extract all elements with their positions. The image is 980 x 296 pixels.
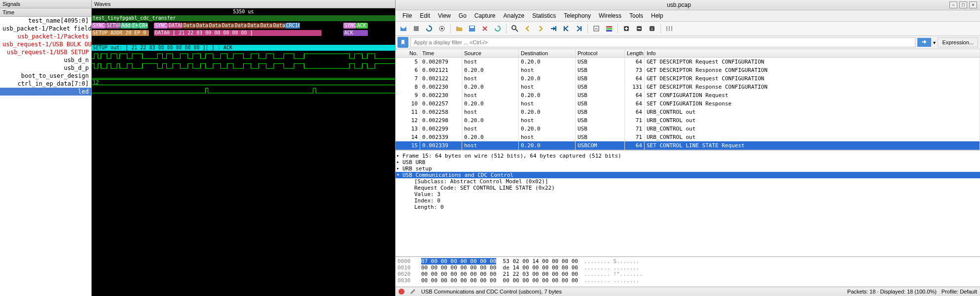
bookmark-filter-icon[interactable] [398,37,408,48]
capture-options-button[interactable] [436,23,448,34]
menu-analyze[interactable]: Analyze [500,11,529,20]
signal-item[interactable]: usb_request-1/USB SETUP [0,48,91,56]
detail-line[interactable]: Request Code: SET CONTROL LINE STATE (0x… [396,185,980,191]
detail-line[interactable]: USB Communications and CDC Control [396,172,980,178]
col-header-length[interactable]: Length [625,49,645,57]
go-to-packet-button[interactable] [547,23,559,34]
expression-button[interactable]: Expression... [938,37,978,47]
wave-row-ctrl-data[interactable]: 12 [92,79,395,86]
wave-row-boot[interactable] [92,71,395,79]
packet-row[interactable]: 70.002122host0.20.0USB64GET DESCRIPTOR R… [396,74,980,83]
close-file-button[interactable] [479,23,491,34]
menu-wireless[interactable]: Wireless [595,11,625,20]
col-header-destination[interactable]: Destination [519,49,576,57]
stop-capture-button[interactable] [410,23,422,34]
wave-row-packet-fields[interactable]: SYNCSETUPAddrE+CR+SYNCDATA0Data+Data+Dat… [92,22,395,30]
packet-row[interactable]: 50.002079host0.20.0USB64GET DESCRIPTOR R… [396,58,980,66]
start-capture-button[interactable] [398,23,409,34]
signal-item[interactable]: usb_d_n [0,56,91,64]
hex-row[interactable]: 000007 00 00 00 00 00 00 00 53 02 00 14 … [398,258,978,264]
col-header-time[interactable]: Time [420,49,462,57]
signal-item[interactable]: ctrl_in_ep_data[7:0] [0,80,91,88]
zoom-in-button[interactable] [620,23,632,34]
hex-row[interactable]: 002000 00 00 00 00 00 00 00 21 22 03 00 … [398,271,978,277]
wave-value: test_tinyfpgabl_cdc_transfer [92,15,395,21]
restart-capture-button[interactable] [423,23,435,34]
detail-line[interactable]: USB URB [396,159,980,165]
menu-statistics[interactable]: Statistics [528,11,560,20]
wave-row-bulk-out[interactable] [92,37,395,44]
menu-tools[interactable]: Tools [625,11,647,20]
detail-line[interactable]: Frame 15: 64 bytes on wire (512 bits), 6… [396,153,980,159]
menu-file[interactable]: File [399,11,416,20]
close-button[interactable]: × [969,1,977,8]
packet-row[interactable]: 130.002299host0.20.0USB71URB_CONTROL out [396,125,980,133]
expert-info-icon[interactable] [399,289,404,295]
detail-line[interactable]: Value: 3 [396,191,980,197]
packet-row[interactable]: 80.0022300.20.0hostUSB131GET DESCRIPTOR … [396,83,980,91]
packet-row[interactable]: 100.0022570.20.0hostUSB64SET CONFIGURATI… [396,99,980,108]
go-back-button[interactable] [522,23,534,34]
col-header-source[interactable]: Source [462,49,519,57]
go-forward-button[interactable] [535,23,546,34]
packet-details[interactable]: Frame 15: 64 bytes on wire (512 bits), 6… [396,151,980,257]
packet-row[interactable]: 60.0021210.20.0hostUSB73GET DESCRIPTOR R… [396,66,980,74]
menu-view[interactable]: View [434,11,455,20]
go-last-button[interactable] [573,23,585,34]
wave-row-test-name[interactable]: test_tinyfpgabl_cdc_transfer [92,15,395,22]
signal-item[interactable]: led [0,88,91,96]
hex-view[interactable]: 000007 00 00 00 00 00 00 00 53 02 00 14 … [396,257,980,287]
reload-button[interactable] [492,23,504,34]
filter-dropdown-icon[interactable]: ▾ [933,40,936,45]
wave-row-packets[interactable]: SETUP ADDR 20 EP 0DATA0 [ 21 22 03 00 00… [92,30,395,37]
resize-columns-button[interactable] [663,23,675,34]
apply-filter-button[interactable] [917,38,931,47]
menu-edit[interactable]: Edit [416,11,434,20]
col-header-protocol[interactable]: Protocol [576,49,625,57]
find-button[interactable] [509,23,521,34]
packet-list-header[interactable]: No. Time Source Destination Protocol Len… [396,49,980,58]
packet-row[interactable]: 150.002339host0.20.0USBCOM64SET CONTROL … [396,141,980,150]
edit-icon[interactable] [409,288,416,295]
wireshark-titlebar[interactable]: usb.pcap − □ × [396,0,980,10]
signals-panel: Signals Time test_name[4095:0]usb_packet… [0,0,92,296]
wave-row-usb-d-p[interactable] [92,62,395,71]
menu-telephony[interactable]: Telephony [560,11,595,20]
wave-row-usb-setup[interactable]: SETUP out: [ 21 22 03 00 00 00 00 00 ][ … [92,44,395,52]
signal-item[interactable]: usb_packet-1/Packets [0,33,91,40]
open-file-button[interactable] [453,23,465,34]
wave-row-led[interactable] [92,86,395,94]
save-file-button[interactable] [466,23,478,34]
signal-item[interactable]: usb_packet-1/Packet fields [0,25,91,33]
digital-trace [92,72,395,79]
wave-rows[interactable]: test_tinyfpgabl_cdc_transfer SYNCSETUPAd… [92,15,395,296]
maximize-button[interactable]: □ [959,1,967,8]
detail-line[interactable]: Length: 0 [396,204,980,210]
hex-row[interactable]: 001000 00 00 00 00 00 00 00 de 14 00 00 … [398,264,978,271]
detail-line[interactable]: URB setup [396,165,980,172]
zoom-reset-button[interactable]: 1 [646,23,658,34]
signal-item[interactable]: usb_d_p [0,64,91,72]
colorize-button[interactable] [603,23,615,34]
wave-row-usb-d-n[interactable] [92,52,395,62]
packet-row[interactable]: 140.0023390.20.0hostUSB71URB_CONTROL out [396,133,980,141]
hex-row[interactable]: 003000 00 00 00 00 00 00 00 00 00 00 00 … [398,277,978,284]
signal-item[interactable]: boot_to_user_design [0,72,91,80]
auto-scroll-button[interactable] [590,23,602,34]
menu-go[interactable]: Go [455,11,471,20]
minimize-button[interactable]: − [949,1,957,8]
packet-row[interactable]: 110.002258host0.20.0USB64URB_CONTROL out [396,108,980,116]
signal-item[interactable]: test_name[4095:0] [0,17,91,25]
col-header-no[interactable]: No. [396,49,420,57]
go-first-button[interactable] [560,23,572,34]
detail-line[interactable]: [Subclass: Abstract Control Model (0x02)… [396,178,980,185]
signal-item[interactable]: usb_request-1/USB BULK OUT [0,40,91,48]
menu-capture[interactable]: Capture [471,11,500,20]
packet-row[interactable]: 120.0022980.20.0hostUSB71URB_CONTROL out [396,116,980,125]
packet-row[interactable]: 90.002230host0.20.0USB64SET CONFIGURATIO… [396,91,980,99]
col-header-info[interactable]: Info [645,49,980,57]
display-filter-input[interactable] [410,37,915,47]
detail-line[interactable]: Index: 0 [396,197,980,204]
zoom-out-button[interactable] [633,23,645,34]
menu-help[interactable]: Help [647,11,667,20]
